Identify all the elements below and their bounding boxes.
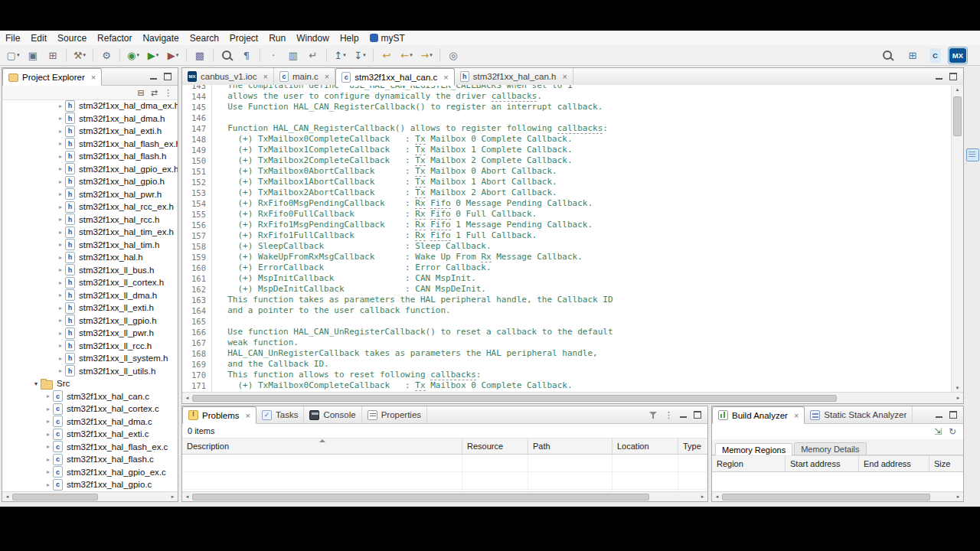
- menu-refactor[interactable]: Refactor: [92, 31, 137, 45]
- code-line[interactable]: 153 (+) TxMailbox2AbortCallback : Tx Mai…: [182, 187, 952, 198]
- subtab-memory-regions[interactable]: Memory Regions: [715, 443, 792, 455]
- maximize-icon[interactable]: [949, 73, 957, 80]
- tree-item-stm32f1xx-hal-dma-h[interactable]: ▸hstm32f1xx_hal_dma.h: [2, 112, 178, 126]
- menu-project[interactable]: Project: [224, 31, 263, 45]
- close-icon[interactable]: ×: [246, 411, 250, 420]
- collapsed-arrow-icon[interactable]: ▸: [44, 431, 53, 438]
- tree-item-stm32f1xx-hal-gpio-ex-c[interactable]: ▸cstm32f1xx_hal_gpio_ex.c: [2, 466, 178, 479]
- device-configuration-icon[interactable]: ⚙: [96, 47, 116, 64]
- tree-item-stm32f1xx-hal-flash-c[interactable]: ▸cstm32f1xx_hal_flash.c: [2, 453, 178, 466]
- scroll-thumb[interactable]: [12, 494, 98, 500]
- collapsed-arrow-icon[interactable]: ▸: [56, 266, 65, 273]
- tree-item-stm32f1xx-hal-can-c[interactable]: ▸cstm32f1xx_hal_can.c: [2, 390, 178, 403]
- tree-item-stm32f1xx-hal-pwr-h[interactable]: ▸hstm32f1xx_hal_pwr.h: [2, 188, 178, 201]
- scroll-thumb[interactable]: [953, 96, 962, 136]
- minimize-icon[interactable]: [150, 78, 157, 80]
- tree-item-stm32f1xx-hal-cortex-c[interactable]: ▸cstm32f1xx_hal_cortex.c: [2, 403, 178, 416]
- external-tools-icon[interactable]: ▶▾: [163, 47, 183, 64]
- subtab-memory-details[interactable]: Memory Details: [794, 442, 866, 455]
- scroll-right-icon[interactable]: ▸: [697, 494, 707, 500]
- tree-item-stm32f1xx-ll-dma-h[interactable]: ▸hstm32f1xx_ll_dma.h: [2, 289, 178, 302]
- collapsed-arrow-icon[interactable]: ▸: [56, 279, 65, 286]
- tree-item-stm32f1xx-ll-pwr-h[interactable]: ▸hstm32f1xx_ll_pwr.h: [2, 327, 178, 340]
- toggle-mark-occurrences-icon[interactable]: ¶: [237, 47, 256, 64]
- tree-item-stm32f1xx-hal-tim-ex-h[interactable]: ▸hstm32f1xx_hal_tim_ex.h: [2, 226, 178, 239]
- explorer-hscrollbar[interactable]: ◂ ▸: [2, 491, 178, 501]
- code-line[interactable]: 158 (+) SleepCallback : Sleep Callback.: [182, 241, 952, 252]
- collapsed-arrow-icon[interactable]: ▸: [44, 418, 53, 425]
- collapsed-arrow-icon[interactable]: ▸: [56, 191, 65, 197]
- code-line[interactable]: 149 (+) TxMailbox1CompleteCallback : Tx …: [182, 145, 952, 155]
- maximize-icon[interactable]: [164, 73, 172, 80]
- column-header-path[interactable]: Path: [528, 439, 612, 454]
- word-wrap-icon[interactable]: ↵: [303, 47, 323, 64]
- tab-tasks[interactable]: Tasks: [256, 406, 304, 423]
- collapsed-arrow-icon[interactable]: ▸: [56, 128, 65, 135]
- collapsed-arrow-icon[interactable]: ▸: [56, 292, 65, 298]
- editor-tab-stm32f1xx-hal-can-c[interactable]: cstm32f1xx_hal_can.c×: [335, 68, 454, 86]
- column-header-end-address[interactable]: End address: [859, 456, 929, 471]
- column-header-resource[interactable]: Resource: [462, 439, 528, 454]
- column-header-region[interactable]: Region: [712, 456, 786, 471]
- tree-item-stm32f1xx-hal-exti-c[interactable]: ▸cstm32f1xx_hal_exti.c: [2, 428, 178, 441]
- code-line[interactable]: 166 Use function HAL_CAN_UnRegisterCallb…: [182, 327, 952, 337]
- build-all-icon[interactable]: ⚒▾: [70, 47, 90, 64]
- collapsed-arrow-icon[interactable]: ▸: [44, 468, 53, 475]
- editor-vscrollbar[interactable]: ▴ ▾: [951, 85, 963, 393]
- tree-item-stm32f1xx-ll-gpio-h[interactable]: ▸hstm32f1xx_ll_gpio.h: [2, 315, 178, 328]
- block-selection-icon[interactable]: ▥: [283, 47, 303, 64]
- tree-item-stm32f1xx-hal-dma-c[interactable]: ▸cstm32f1xx_hal_dma.c: [2, 416, 178, 429]
- menu-source[interactable]: Source: [52, 31, 92, 45]
- scroll-left-icon[interactable]: ◂: [182, 494, 192, 500]
- collapsed-arrow-icon[interactable]: ▸: [56, 178, 65, 185]
- collapsed-arrow-icon[interactable]: ▸: [56, 305, 65, 311]
- menu-help[interactable]: Help: [335, 31, 364, 45]
- code-line[interactable]: 150 (+) TxMailbox2CompleteCallback : Tx …: [182, 155, 952, 166]
- tab-properties[interactable]: Properties: [362, 406, 427, 423]
- close-icon[interactable]: ×: [91, 73, 96, 82]
- editor-hscrollbar[interactable]: ◂ ▸: [182, 392, 963, 403]
- code-line[interactable]: 154 (+) RxFifo0MsgPendingCallback : Rx F…: [182, 198, 952, 209]
- show-whitespace-icon[interactable]: ·: [263, 47, 283, 64]
- collapsed-arrow-icon[interactable]: ▸: [56, 342, 65, 349]
- collapsed-arrow-icon[interactable]: ▸: [44, 456, 53, 463]
- collapsed-arrow-icon[interactable]: ▸: [56, 241, 65, 248]
- code-line[interactable]: 164 and a pointer to the user callback f…: [182, 305, 952, 316]
- export-icon[interactable]: ⇲: [934, 426, 942, 437]
- editor-tab-main-c[interactable]: cmain.c×: [274, 68, 335, 85]
- collapsed-arrow-icon[interactable]: ▸: [56, 115, 65, 122]
- collapsed-arrow-icon[interactable]: ▸: [56, 140, 65, 147]
- previous-annotation-icon[interactable]: ↥▾: [330, 47, 350, 64]
- tree-item-stm32f1xx-ll-rcc-h[interactable]: ▸hstm32f1xx_ll_rcc.h: [2, 340, 178, 353]
- scroll-right-icon[interactable]: ▸: [168, 494, 178, 500]
- collapsed-arrow-icon[interactable]: ▸: [44, 406, 53, 412]
- code-line[interactable]: 156 (+) RxFifo1MsgPendingCallback : Rx F…: [182, 220, 952, 230]
- close-icon[interactable]: ×: [794, 411, 799, 420]
- tree-item-stm32f1xx-hal-rcc-ex-h[interactable]: ▸hstm32f1xx_hal_rcc_ex.h: [2, 201, 178, 214]
- menu-myst[interactable]: myST: [364, 31, 410, 45]
- code-line[interactable]: 168 HAL_CAN_UnRegisterCallback takes as …: [182, 348, 952, 359]
- scroll-thumb[interactable]: [722, 494, 930, 500]
- code-area[interactable]: 143 The compilation define USE_HAL_CAN_R…: [182, 85, 963, 393]
- tree-item-stm32f1xx-ll-bus-h[interactable]: ▸hstm32f1xx_ll_bus.h: [2, 264, 178, 277]
- collapsed-arrow-icon[interactable]: ▸: [56, 229, 65, 236]
- tree-item-stm32f1xx-ll-utils-h[interactable]: ▸hstm32f1xx_ll_utils.h: [2, 365, 178, 378]
- code-line[interactable]: 155 (+) RxFifo0FullCallback : Rx Fifo 0 …: [182, 209, 952, 220]
- column-header-description[interactable]: Description: [182, 439, 462, 454]
- code-line[interactable]: 152 (+) TxMailbox1AbortCallback : Tx Mai…: [182, 177, 952, 187]
- scroll-right-icon[interactable]: ▸: [953, 395, 963, 401]
- pin-editor-icon[interactable]: ◎: [443, 47, 463, 64]
- code-line[interactable]: 167 weak function.: [182, 337, 952, 348]
- collapsed-arrow-icon[interactable]: ▸: [44, 443, 53, 450]
- collapse-all-icon[interactable]: ⊟: [138, 88, 145, 98]
- column-header-type[interactable]: Type: [678, 439, 707, 454]
- editor-tab-canbus-v1-ioc[interactable]: MXcanbus_v1.ioc×: [182, 68, 274, 85]
- code-line[interactable]: 171 (+) TxMailbox0CompleteCallback : Tx …: [182, 380, 952, 391]
- tree-item-src[interactable]: ▾Src: [2, 377, 178, 390]
- collapsed-arrow-icon[interactable]: ▸: [56, 204, 65, 210]
- collapsed-arrow-icon[interactable]: ▸: [56, 165, 65, 172]
- scroll-left-icon[interactable]: ◂: [182, 395, 192, 401]
- close-icon[interactable]: ×: [562, 72, 567, 81]
- close-icon[interactable]: ×: [325, 72, 329, 81]
- code-line[interactable]: 147 Function HAL_CAN_RegisterCallback() …: [182, 123, 952, 134]
